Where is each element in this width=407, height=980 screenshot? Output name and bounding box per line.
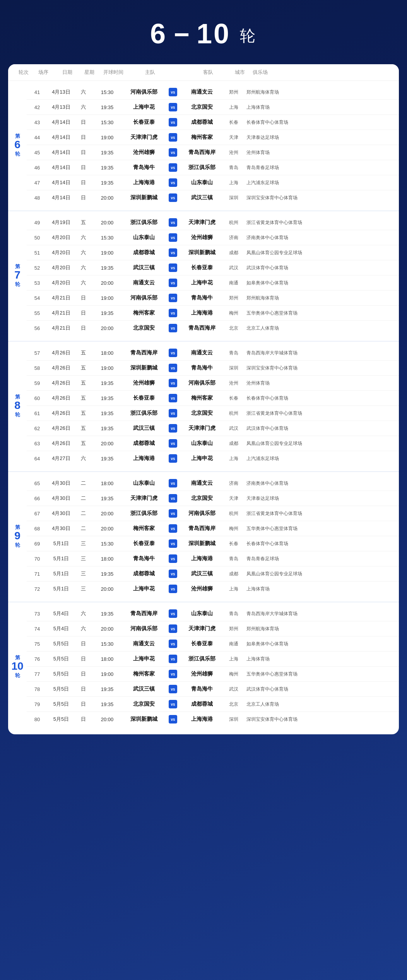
match-time: 19:35 <box>92 150 123 156</box>
match-date: 4月14日 <box>48 179 75 186</box>
match-stadium: 北京工人体育场 <box>244 701 393 708</box>
match-away: 青岛海牛 <box>181 364 223 371</box>
match-home: 武汉三镇 <box>123 264 165 271</box>
match-stadium: 济南奥体中心体育场 <box>244 234 393 241</box>
match-seq: 43 <box>27 120 48 125</box>
round-row-3: 第9轮 65 4月30日 二 18:00 山东泰山 vs 南通支云 济南 济南奥… <box>8 476 399 596</box>
match-home: 上海申花 <box>123 655 165 662</box>
table-row: 72 5月1日 三 20:00 上海申花 vs 沧州雄狮 上海 上海体育场 <box>27 582 399 596</box>
match-date: 4月19日 <box>48 219 75 226</box>
match-day: 日 <box>75 640 92 647</box>
round-section-1: 第7轮 49 4月19日 五 20:00 浙江俱乐部 vs 天津津门虎 杭州 浙… <box>8 215 399 335</box>
match-date: 5月4日 <box>48 625 75 632</box>
match-city: 北京 <box>223 701 244 708</box>
match-city: 杭州 <box>223 410 244 417</box>
match-away: 南通支云 <box>181 349 223 356</box>
match-day: 三 <box>75 555 92 562</box>
vs-badge: vs <box>165 248 181 257</box>
vs-badge: vs <box>165 585 181 593</box>
match-city: 长春 <box>223 119 244 126</box>
match-date: 4月20日 <box>48 264 75 271</box>
match-date: 4月26日 <box>48 364 75 371</box>
match-day: 日 <box>75 716 92 723</box>
match-stadium: 沧州体育场 <box>244 380 393 387</box>
match-day: 五 <box>75 440 92 447</box>
match-city: 青岛 <box>223 556 244 562</box>
match-seq: 75 <box>27 641 48 647</box>
match-day: 三 <box>75 585 92 592</box>
match-time: 19:35 <box>92 310 123 316</box>
match-day: 日 <box>75 325 92 332</box>
match-seq: 54 <box>27 295 48 301</box>
match-date: 4月14日 <box>48 119 75 126</box>
match-time: 19:35 <box>92 456 123 462</box>
match-city: 北京 <box>223 325 244 332</box>
match-date: 4月14日 <box>48 134 75 141</box>
match-date: 5月5日 <box>48 670 75 677</box>
match-stadium: 青岛西海岸大学城体育场 <box>244 611 393 617</box>
match-city: 梅州 <box>223 671 244 677</box>
match-home: 浙江俱乐部 <box>123 410 165 417</box>
match-time: 18:00 <box>92 481 123 486</box>
match-city: 杭州 <box>223 219 244 226</box>
match-city: 长春 <box>223 540 244 547</box>
match-rows-1: 49 4月19日 五 20:00 浙江俱乐部 vs 天津津门虎 杭州 浙江省黄龙… <box>27 215 399 335</box>
match-city: 上海 <box>223 656 244 662</box>
match-stadium: 天津泰达足球场 <box>244 134 393 141</box>
table-row: 53 4月20日 六 20:00 南通支云 vs 上海申花 南通 如皋奥体中心体… <box>27 275 399 291</box>
match-stadium: 长春体育中心体育场 <box>244 395 393 402</box>
table-row: 75 5月5日 日 15:30 南通支云 vs 长春亚泰 南通 如皋奥体中心体育… <box>27 636 399 652</box>
match-day: 五 <box>75 425 92 432</box>
match-stadium: 北京工人体育场 <box>244 325 393 332</box>
match-home: 深圳新鹏城 <box>123 194 165 201</box>
match-time: 19:35 <box>92 611 123 617</box>
table-row: 80 5月5日 日 20:00 深圳新鹏城 vs 上海海港 深圳 深圳宝安体育中… <box>27 712 399 727</box>
match-city: 武汉 <box>223 686 244 693</box>
match-time: 19:35 <box>92 410 123 416</box>
match-away: 梅州客家 <box>181 134 223 141</box>
match-away: 上海海港 <box>181 555 223 562</box>
table-row: 48 4月14日 日 20:00 深圳新鹏城 vs 武汉三镇 深圳 深圳宝安体育… <box>27 190 399 205</box>
match-day: 日 <box>75 149 92 156</box>
table-row: 46 4月14日 日 19:35 青岛海牛 vs 浙江俱乐部 青岛 青岛青春足球… <box>27 160 399 175</box>
match-stadium: 长春体育中心体育场 <box>244 119 393 126</box>
match-date: 4月30日 <box>48 480 75 487</box>
match-date: 4月27日 <box>48 455 75 462</box>
vs-badge: vs <box>165 670 181 678</box>
table-row: 79 5月5日 日 19:35 北京国安 vs 成都蓉城 北京 北京工人体育场 <box>27 697 399 712</box>
match-seq: 51 <box>27 250 48 256</box>
vs-badge: vs <box>165 263 181 272</box>
table-row: 41 4月13日 六 15:30 河南俱乐部 vs 南通支云 郑州 郑州航海体育… <box>27 85 399 100</box>
match-city: 郑州 <box>223 626 244 632</box>
match-time: 19:00 <box>92 250 123 256</box>
vs-badge: vs <box>165 685 181 693</box>
match-seq: 76 <box>27 656 48 662</box>
vs-badge: vs <box>165 103 181 111</box>
vs-badge: vs <box>165 409 181 417</box>
header-home: 主队 <box>129 69 171 76</box>
match-time: 18:00 <box>92 556 123 562</box>
match-time: 20:00 <box>92 280 123 286</box>
vs-badge: vs <box>165 309 181 317</box>
match-stadium: 深圳宝安体育中心体育场 <box>244 716 393 723</box>
vs-badge: vs <box>165 509 181 518</box>
match-day: 日 <box>75 164 92 171</box>
round-label-3: 第9轮 <box>8 524 27 548</box>
vs-badge: vs <box>165 394 181 402</box>
match-seq: 58 <box>27 365 48 371</box>
vs-badge: vs <box>165 233 181 242</box>
vs-badge: vs <box>165 218 181 227</box>
match-seq: 60 <box>27 395 48 401</box>
match-home: 河南俱乐部 <box>123 89 165 96</box>
table-row: 47 4月14日 日 19:35 上海海港 vs 山东泰山 上海 上汽浦东足球场 <box>27 175 399 190</box>
match-day: 日 <box>75 670 92 677</box>
table-row: 69 5月1日 三 15:30 长春亚泰 vs 深圳新鹏城 长春 长春体育中心体… <box>27 536 399 551</box>
vs-badge: vs <box>165 294 181 302</box>
match-time: 19:35 <box>92 380 123 386</box>
match-stadium: 郑州航海体育场 <box>244 295 393 301</box>
table-row: 59 4月26日 五 19:35 沧州雄狮 vs 河南俱乐部 沧州 沧州体育场 <box>27 376 399 391</box>
match-home: 深圳新鹏城 <box>123 364 165 371</box>
match-stadium: 武汉体育中心体育场 <box>244 265 393 271</box>
match-day: 六 <box>75 455 92 462</box>
match-seq: 67 <box>27 511 48 517</box>
